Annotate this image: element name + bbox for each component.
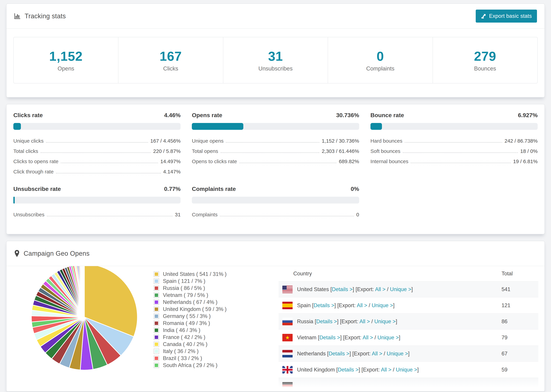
legend-item-germany[interactable]: Germany ( 55 / 3% ) — [154, 313, 279, 320]
legend-item-spain[interactable]: Spain ( 121 / 7% ) — [154, 278, 279, 285]
geo-header: Campaign Geo Opens — [7, 241, 544, 266]
rate-row-value: 220 / 5.87% — [153, 148, 181, 154]
nl-flag-icon — [282, 350, 293, 357]
dotted-leader — [239, 163, 336, 163]
country-cell: Vietnam [Details >] [Export: All > / Uni… — [297, 335, 502, 341]
legend-item-canada[interactable]: Canada ( 40 / 2% ) — [154, 341, 279, 348]
legend-swatch — [154, 349, 159, 354]
rate-head: Bounce rate6.927% — [370, 112, 538, 119]
legend-item-united-kingdom[interactable]: United Kingdom ( 59 / 3% ) — [154, 306, 279, 313]
rate-value: 4.46% — [164, 112, 181, 119]
legend-item-romania[interactable]: Romania ( 49 / 3% ) — [154, 320, 279, 327]
legend-label: France ( 42 / 2% ) — [163, 334, 205, 340]
total-column-header: Total — [497, 271, 538, 277]
rate-row: Clicks to opens rate14.497% — [13, 159, 181, 164]
dotted-leader — [226, 142, 319, 143]
country-name: Netherlands — [297, 351, 326, 357]
bracket: [ — [313, 318, 316, 324]
rate-row: Unsubscribes31 — [13, 212, 181, 217]
rate-panel-bounce-rate: Bounce rate6.927%Hard bounces242 / 86.73… — [370, 112, 538, 175]
gb-flag-icon — [282, 366, 293, 373]
legend-swatch — [154, 328, 159, 333]
legend-item-france[interactable]: France ( 42 / 2% ) — [154, 334, 279, 341]
rate-panel-clicks-rate: Clicks rate4.46%Unique clicks167 / 4.456… — [13, 112, 181, 175]
rate-row-label: Complaints — [192, 212, 218, 217]
rate-row-value: 4.147% — [163, 169, 181, 175]
export-unique-link[interactable]: Unique > — [377, 335, 399, 341]
rate-value: 30.736% — [336, 112, 359, 119]
export-unique-link[interactable]: Unique > — [374, 318, 396, 324]
progress-track — [192, 123, 359, 130]
rate-row-label: Click through rate — [13, 169, 54, 175]
details-link[interactable]: Details > — [338, 367, 359, 373]
map-pin-icon — [14, 250, 20, 257]
rate-row-value: 19 / 6.81% — [513, 159, 538, 164]
bracket: / — [370, 318, 374, 324]
rate-row-label: Internal bounces — [370, 159, 409, 164]
rate-panel-complaints-rate: Complaints rate0%Complaints0 — [192, 186, 359, 217]
pie-svg — [7, 266, 154, 390]
dotted-leader — [220, 216, 354, 216]
total-cell: 79 — [502, 335, 538, 341]
rate-row-value: 689.82% — [339, 159, 359, 164]
export-all-link[interactable]: All > — [375, 286, 386, 292]
export-all-link[interactable]: All > — [363, 335, 373, 341]
legend-item-russia[interactable]: Russia ( 86 / 5% ) — [154, 285, 279, 292]
rate-row: Total clicks220 / 5.87% — [13, 148, 181, 154]
export-unique-link[interactable]: Unique > — [372, 302, 393, 308]
progress-fill — [13, 197, 15, 203]
rate-row: Hard bounces242 / 86.738% — [370, 138, 538, 144]
bracket: ] [Export: — [334, 302, 357, 308]
geo-pie-chart[interactable] — [7, 266, 154, 390]
legend-item-india[interactable]: India ( 46 / 3% ) — [154, 327, 279, 334]
legend-item-brazil[interactable]: Brazil ( 33 / 2% ) — [154, 355, 279, 362]
details-link[interactable]: Details > — [329, 351, 349, 357]
tracking-stats-title: Tracking stats — [25, 13, 66, 20]
country-name: Russia — [297, 318, 313, 324]
legend-item-south-africa[interactable]: South Africa ( 29 / 2% ) — [154, 362, 279, 369]
geo-table-header: Country Total — [279, 266, 538, 281]
tracking-stats-header: Tracking stats Export basic stats — [7, 4, 544, 29]
bracket: ] [Export: — [337, 318, 359, 324]
export-all-link[interactable]: All > — [381, 367, 391, 373]
legend-label: India ( 46 / 3% ) — [163, 327, 200, 333]
country-cell: United Kingdom [Details >] [Export: All … — [297, 367, 502, 373]
export-all-link[interactable]: All > — [357, 302, 367, 308]
details-link[interactable]: Details > — [316, 318, 337, 324]
details-link[interactable]: Details > — [314, 302, 334, 308]
details-link[interactable]: Details > — [332, 286, 353, 292]
export-unique-link[interactable]: Unique > — [387, 351, 408, 357]
bracket: / — [373, 335, 377, 341]
total-cell: 541 — [502, 286, 538, 293]
legend-item-italy[interactable]: Italy ( 36 / 2% ) — [154, 348, 279, 355]
export-basic-stats-button[interactable]: Export basic stats — [476, 10, 537, 23]
export-all-link[interactable]: All > — [359, 318, 370, 324]
legend-item-united-states[interactable]: United States ( 541 / 31% ) — [154, 271, 279, 278]
stat-cell-opens: 1,152Opens — [14, 37, 118, 83]
dotted-leader — [403, 152, 518, 153]
legend-label: Russia ( 86 / 5% ) — [163, 285, 205, 291]
bracket: ] — [411, 286, 413, 292]
legend-item-netherlands[interactable]: Netherlands ( 67 / 4% ) — [154, 299, 279, 306]
legend-label: Italy ( 36 / 2% ) — [163, 348, 198, 354]
export-all-link[interactable]: All > — [372, 351, 382, 357]
progress-track — [370, 123, 538, 130]
rate-rows: Unique clicks167 / 4.456%Total clicks220… — [13, 138, 181, 175]
legend-label: United States ( 541 / 31% ) — [163, 271, 226, 277]
dotted-leader — [221, 152, 319, 153]
details-link[interactable]: Details > — [319, 335, 340, 341]
bracket: ] [Export: — [340, 335, 363, 341]
star-icon: ★ — [285, 335, 290, 340]
export-unique-link[interactable]: Unique > — [396, 367, 417, 373]
legend-item-vietnam[interactable]: Vietnam ( 79 / 5% ) — [154, 292, 279, 299]
export-unique-link[interactable]: Unique > — [390, 286, 411, 292]
rate-value: 0% — [351, 186, 359, 192]
bracket: ] — [408, 351, 410, 357]
country-cell: Russia [Details >] [Export: All > / Uniq… — [297, 318, 502, 325]
rate-head: Complaints rate0% — [192, 186, 359, 192]
rate-row-label: Unique clicks — [13, 138, 44, 144]
rate-rows: Hard bounces242 / 86.738%Soft bounces18 … — [370, 138, 538, 164]
rate-row-label: Clicks to opens rate — [13, 159, 58, 164]
legend-swatch — [154, 342, 159, 347]
legend-swatch — [154, 271, 159, 277]
